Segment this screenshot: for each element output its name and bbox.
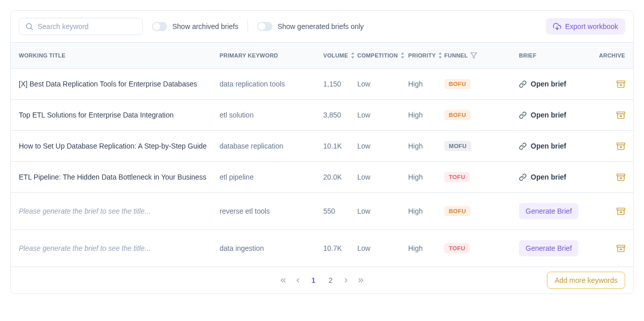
competition-cell: Low [357,173,408,181]
first-page-button[interactable] [279,276,287,284]
primary-keyword-cell: etl solution [220,111,323,119]
briefs-card: Show archived briefs Show generated brie… [10,10,634,294]
funnel-cell: MOFU [444,141,519,151]
brief-cell: Open brief [519,80,599,88]
table-row: Top ETL Solutions for Enterprise Data In… [11,100,633,131]
search-input[interactable] [19,18,143,35]
funnel-badge: BOFU [444,206,471,216]
funnel-badge: BOFU [444,110,471,120]
priority-cell: High [408,173,444,181]
funnel-badge: MOFU [444,141,471,151]
table-row: Please generate the brief to see the tit… [11,230,633,267]
funnel-cell: BOFU [444,206,519,216]
toggle-archived-group: Show archived briefs [152,22,238,31]
archive-cell [599,111,625,120]
volume-cell: 20.0K [323,173,357,181]
open-brief-label: Open brief [531,142,566,150]
link-icon [519,111,527,119]
sort-icon [351,52,355,59]
toggle-generated-label: Show generated briefs only [278,22,364,31]
link-icon [519,142,527,150]
volume-cell: 10.1K [323,142,357,150]
open-brief-label: Open brief [531,80,566,88]
volume-cell: 10.7K [323,244,357,252]
priority-cell: High [408,142,444,150]
toggle-archived[interactable] [152,22,167,31]
table-header: WORKING TITLE PRIMARY KEYWORD VOLUME COM… [11,42,633,69]
add-more-keywords-button[interactable]: Add more keywords [547,272,625,289]
last-page-button[interactable] [357,276,365,284]
col-funnel[interactable]: FUNNEL [444,52,519,59]
brief-cell: Generate Brief [519,240,599,256]
col-brief: BRIEF [519,52,599,59]
pagination: 12 [279,275,365,285]
archive-icon[interactable] [617,173,625,182]
table-row: Please generate the brief to see the tit… [11,193,633,230]
generate-brief-button[interactable]: Generate Brief [519,203,578,219]
export-label: Export workbook [565,22,618,31]
search-wrap [19,18,143,35]
cloud-download-icon [553,22,561,31]
svg-rect-8 [617,245,625,247]
archive-icon[interactable] [617,80,625,89]
brief-cell: Generate Brief [519,203,599,219]
priority-cell: High [408,111,444,119]
archive-icon[interactable] [617,142,625,151]
sort-icon [401,52,405,59]
brief-cell: Open brief [519,111,599,119]
col-priority[interactable]: PRIORITY [408,52,444,59]
volume-cell: 1,150 [323,80,357,88]
working-title-cell: [X] Best Data Replication Tools for Ente… [19,80,220,88]
archive-cell [599,80,625,89]
next-page-button[interactable] [343,277,350,284]
open-brief-link[interactable]: Open brief [519,173,566,181]
open-brief-link[interactable]: Open brief [519,142,566,150]
funnel-cell: TOFU [444,172,519,182]
toggle-generated-group: Show generated briefs only [257,22,364,31]
archive-icon[interactable] [617,244,625,253]
table-body: [X] Best Data Replication Tools for Ente… [11,69,633,267]
link-icon [519,80,527,88]
svg-rect-5 [617,143,625,145]
archive-icon[interactable] [617,111,625,120]
col-primary-keyword: PRIMARY KEYWORD [220,52,323,59]
svg-marker-2 [471,53,477,59]
working-title-cell: ETL Pipeline: The Hidden Data Bottleneck… [19,173,220,181]
competition-cell: Low [357,80,408,88]
page-number[interactable]: 2 [326,275,336,285]
primary-keyword-cell: reverse etl tools [220,207,323,215]
primary-keyword-cell: data ingestion [220,244,323,252]
link-icon [519,173,527,181]
page-number[interactable]: 1 [309,275,319,285]
open-brief-link[interactable]: Open brief [519,80,566,88]
toggle-generated[interactable] [257,22,272,31]
priority-cell: High [408,80,444,88]
funnel-badge: TOFU [444,243,470,253]
brief-cell: Open brief [519,142,599,150]
funnel-cell: BOFU [444,79,519,89]
archive-cell [599,142,625,151]
archive-icon[interactable] [617,207,625,216]
svg-rect-6 [617,174,625,176]
archive-cell [599,173,625,182]
export-workbook-button[interactable]: Export workbook [546,18,625,35]
col-volume[interactable]: VOLUME [323,52,357,59]
working-title-cell: Top ETL Solutions for Enterprise Data In… [19,111,220,119]
table-row: How to Set Up Database Replication: A St… [11,131,633,162]
priority-cell: High [408,207,444,215]
funnel-cell: BOFU [444,110,519,120]
col-competition[interactable]: COMPETITION [357,52,408,59]
primary-keyword-cell: data replication tools [220,80,323,88]
open-brief-label: Open brief [531,111,566,119]
prev-page-button[interactable] [294,277,301,284]
filter-icon [470,52,477,59]
priority-cell: High [408,244,444,252]
svg-rect-3 [617,81,625,83]
generate-brief-button[interactable]: Generate Brief [519,240,578,256]
competition-cell: Low [357,142,408,150]
toggle-archived-label: Show archived briefs [172,22,238,31]
open-brief-link[interactable]: Open brief [519,111,566,119]
funnel-badge: TOFU [444,172,470,182]
separator [248,20,248,33]
working-title-cell: Please generate the brief to see the tit… [19,207,220,215]
